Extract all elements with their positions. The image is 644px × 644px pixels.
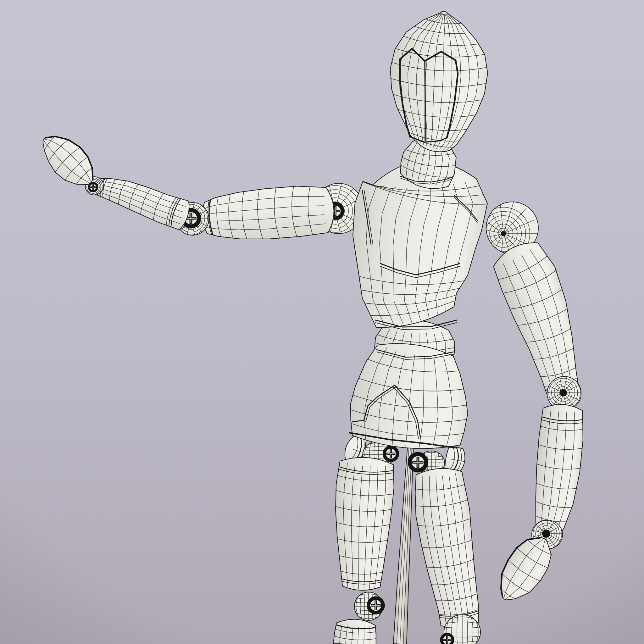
vignette-overlay [0, 0, 644, 644]
mannequin-wireframe-render [0, 0, 644, 644]
render-stage [0, 0, 644, 644]
